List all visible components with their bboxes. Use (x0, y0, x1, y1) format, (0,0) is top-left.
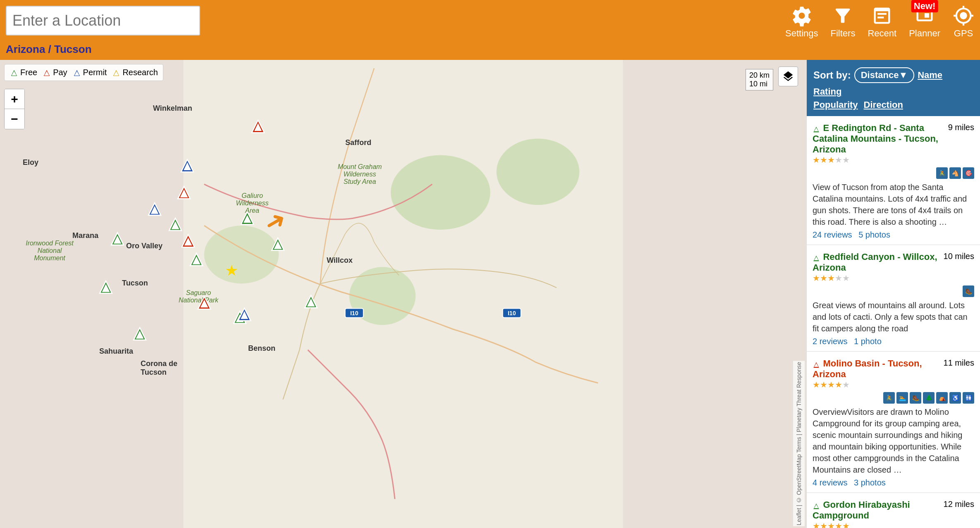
star-marker: ★ (225, 262, 238, 279)
camp3-stars: ★★★★★ (813, 380, 974, 390)
camp3-icon-swim: 🏊 (896, 392, 908, 404)
campground-item-2[interactable]: Redfield Canyon - Willcox, Arizona 10 mi… (807, 245, 980, 352)
legend-pay: Pay (42, 68, 67, 77)
sort-name-button[interactable]: Name (918, 70, 942, 81)
svg-point-4 (204, 226, 279, 283)
camp1-photos-link[interactable]: 5 photos (858, 230, 890, 239)
camp2-desc: Great views of mountains all around. Lot… (813, 300, 974, 334)
camp4-type-icon (813, 502, 820, 510)
camp2-icons: 🥾 (813, 285, 974, 297)
svg-text:I10: I10 (350, 310, 359, 316)
camp2-photos-link[interactable]: 1 photo (854, 337, 882, 346)
sort-rating-button[interactable]: Rating (813, 86, 841, 97)
marker-permit-3[interactable] (237, 307, 252, 323)
marker-pay-1[interactable] (251, 119, 265, 136)
campground-item-1[interactable]: E Redington Rd - Santa Catalina Mountain… (807, 116, 980, 245)
marker-free-2[interactable] (98, 280, 113, 296)
sort-popularity-button[interactable]: Popularity (813, 100, 858, 110)
camp3-name: Molino Basin - Tucson, Arizona (813, 358, 922, 379)
layers-icon (782, 70, 794, 83)
camp2-reviews-link[interactable]: 2 reviews (813, 337, 847, 346)
camp3-icon-hike: 🥾 (910, 392, 921, 404)
filters-button[interactable]: Filters (831, 5, 856, 39)
camp3-icon-restroom: 🚻 (963, 392, 974, 404)
campground-list: E Redington Rd - Santa Catalina Mountain… (807, 116, 980, 528)
filters-label: Filters (831, 28, 856, 39)
camp3-icon-camp: ⛺ (936, 392, 948, 404)
toolbar-icons: Settings Filters Recent New! Planner (785, 2, 974, 39)
marker-free-5[interactable] (189, 252, 204, 269)
map-area[interactable]: I10 I10 Free Pay (0, 60, 806, 528)
camp2-distance: 10 miles (944, 252, 974, 261)
zoom-in-button[interactable]: + (5, 89, 24, 109)
sort-direction-button[interactable]: Direction (864, 100, 903, 110)
camp1-stars: ★★★★★ (813, 155, 974, 165)
settings-label: Settings (785, 28, 818, 39)
map-legend: Free Pay Permit Research (4, 64, 163, 81)
sidebar: Sort by: Distance▼ Name Rating Popularit… (806, 60, 980, 528)
marker-free-6[interactable] (240, 211, 255, 227)
marker-pay-2[interactable] (177, 185, 191, 202)
camp2-icon-hike: 🥾 (963, 285, 974, 297)
legend-free: Free (10, 68, 37, 77)
marker-free-1[interactable] (110, 231, 125, 248)
camp3-icon-bike: 🚴 (883, 392, 895, 404)
gear-icon (791, 5, 813, 26)
camp1-icon-target: 🎯 (963, 167, 974, 179)
camp1-icon-bike: 🚴 (936, 167, 948, 179)
camp3-icons: 🚴 🏊 🥾 🌲 ⛺ ♿ 🚻 (813, 392, 974, 404)
top-bar: Settings Filters Recent New! Planner (0, 0, 980, 41)
marker-permit-2[interactable] (147, 202, 162, 218)
camp2-links[interactable]: 2 reviews 1 photo (813, 337, 974, 346)
zoom-controls: + − (4, 89, 25, 129)
camp1-desc: View of Tucson from atop the Santa Catal… (813, 181, 974, 228)
camp4-name: Gordon Hirabayashi Campground (813, 499, 910, 521)
sort-bar: Sort by: Distance▼ Name Rating Popularit… (807, 60, 980, 116)
recent-label: Recent (868, 28, 896, 39)
breadcrumb: Arizona / Tucson (0, 41, 980, 60)
gps-icon (953, 5, 974, 26)
camp4-distance: 12 miles (944, 499, 974, 509)
marker-pay-3[interactable] (181, 233, 196, 250)
camp3-photos-link[interactable]: 3 photos (854, 478, 886, 487)
camp2-name: Redfield Canyon - Willcox, Arizona (813, 252, 937, 273)
camp3-desc: OverviewVisitors are drawn to Molino Cam… (813, 406, 974, 476)
sort-label: Sort by: (813, 69, 851, 81)
svg-text:I10: I10 (508, 310, 516, 316)
recent-icon (871, 5, 893, 26)
camp3-icon-accessible: ♿ (949, 392, 961, 404)
svg-point-1 (391, 155, 490, 230)
layer-toggle-button[interactable] (778, 67, 798, 86)
camp4-stars: ★★★★★ (813, 521, 974, 528)
settings-button[interactable]: Settings (785, 5, 818, 39)
map-attribution: Leaflet | © OpenStreetMap Terms | Planet… (793, 361, 805, 526)
camp3-icon-trail: 🌲 (923, 392, 935, 404)
camp1-icons: 🚴 🐴 🎯 (813, 167, 974, 179)
zoom-out-button[interactable]: − (5, 109, 24, 129)
camp1-reviews-link[interactable]: 24 reviews (813, 230, 852, 239)
marker-free-4[interactable] (168, 217, 183, 233)
marker-free-7[interactable] (270, 237, 285, 253)
search-input[interactable] (6, 6, 200, 36)
recent-button[interactable]: Recent (868, 5, 896, 39)
campground-item-4[interactable]: Gordon Hirabayashi Campground 12 miles ★… (807, 493, 980, 528)
marker-pay-4[interactable] (197, 295, 212, 312)
marker-free-i10[interactable] (304, 294, 318, 311)
camp3-links[interactable]: 4 reviews 3 photos (813, 478, 974, 488)
marker-permit-1[interactable] (180, 158, 195, 175)
map-background: I10 I10 (0, 60, 806, 528)
sort-distance-button[interactable]: Distance▼ (854, 67, 915, 83)
marker-free-3[interactable] (132, 326, 147, 343)
map-scale: 20 km 10 mi (746, 69, 773, 90)
camp1-links[interactable]: 24 reviews 5 photos (813, 230, 974, 240)
camp3-reviews-link[interactable]: 4 reviews (813, 478, 847, 487)
svg-point-2 (497, 139, 580, 205)
camp1-icon-horse: 🐴 (949, 167, 961, 179)
gps-button[interactable]: GPS (953, 5, 974, 39)
filter-icon (832, 5, 853, 26)
legend-research: Research (112, 68, 158, 77)
planner-button[interactable]: New! Planner (909, 2, 940, 39)
camp1-type-icon (813, 126, 820, 133)
gps-label: GPS (954, 28, 973, 39)
campground-item-3[interactable]: Molino Basin - Tucson, Arizona 11 miles … (807, 352, 980, 493)
